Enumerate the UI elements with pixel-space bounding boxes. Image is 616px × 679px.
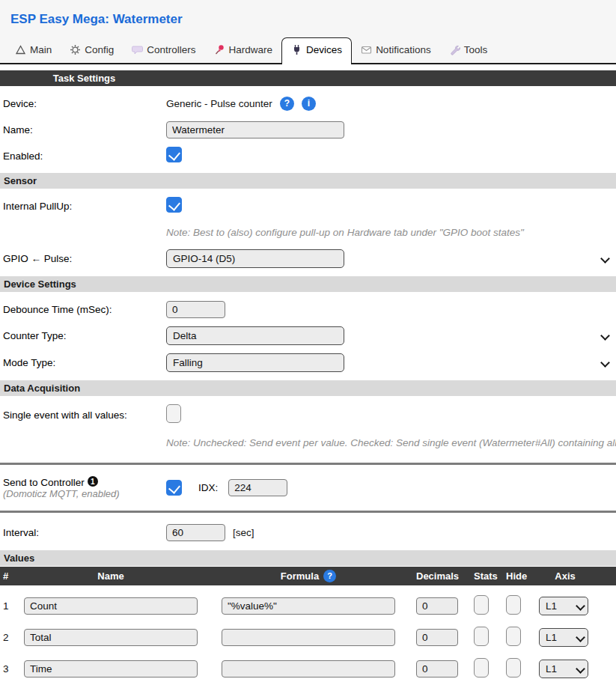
mode-type-select-wrap: Falling [166,353,616,372]
name-input[interactable] [166,121,344,138]
tab-notifications[interactable]: Notifications [352,38,440,63]
speech-bubble-icon [132,44,143,55]
col-name: Name [24,570,198,582]
controller-checkbox[interactable] [166,480,182,496]
device-label: Device: [3,98,166,109]
interval-input[interactable] [166,524,225,541]
gpio-select[interactable]: GPIO-14 (D5) [166,249,344,268]
tab-label: Tools [464,44,488,55]
plug-icon [291,44,302,55]
help-icon[interactable]: ? [280,97,294,111]
pushpin-icon [214,44,225,55]
controller-sub-label: (Domoticz MQTT, enabled) [3,488,120,499]
debounce-input[interactable] [166,301,225,318]
idx-label: IDX: [198,482,218,493]
value-row-2: 2 L1 [0,627,616,648]
tab-label: Main [30,44,52,55]
hide-checkbox[interactable] [506,627,521,646]
counter-type-row: Counter Type: Delta [0,326,616,345]
value-formula-input[interactable] [222,597,395,615]
info-icon[interactable]: i [302,97,316,111]
tab-label: Config [85,44,114,55]
tab-tools[interactable]: Tools [440,38,497,63]
row-number: 1 [3,600,24,612]
home-icon [15,44,26,55]
enabled-row: Enabled: [0,147,616,165]
tab-controllers[interactable]: Controllers [123,38,204,63]
section-device-settings: Device Settings [0,276,616,292]
interval-unit: [sec] [233,527,254,538]
hide-checkbox[interactable] [506,595,521,615]
section-sensor: Sensor [0,173,616,189]
tab-devices[interactable]: Devices [281,37,352,64]
stats-checkbox[interactable] [474,658,489,678]
device-form: Task Settings Device: Generic - Pulse co… [0,70,616,679]
value-decimals-input[interactable] [416,629,458,646]
axis-select[interactable]: L1 [539,597,588,615]
device-row: Device: Generic - Pulse counter ? i [0,94,616,112]
axis-select[interactable]: L1 [539,628,588,647]
gpio-row: GPIO ← Pulse: GPIO-14 (D5) [0,249,616,268]
interval-label: Interval: [3,527,166,538]
formula-help-icon[interactable]: ? [323,570,336,582]
mode-type-row: Mode Type: Falling [0,353,616,372]
stats-checkbox[interactable] [474,595,489,615]
value-name-input[interactable] [24,660,198,678]
axis-select-wrap: L1 [539,597,591,615]
gpio-select-wrap: GPIO-14 (D5) [166,249,616,268]
enabled-checkbox[interactable] [166,147,182,162]
value-name-input[interactable] [24,629,198,646]
divider [0,511,616,513]
nav-tab-bar: Main Config Controllers Hardware Devices [0,37,616,64]
col-formula: Formula ? [222,570,395,582]
section-title: Task Settings [0,73,168,84]
device-value: Generic - Pulse counter [166,98,272,109]
controller-label: Send to Controller [3,477,85,488]
gear-icon [70,44,81,55]
top-header: ESP Easy Mega: Watermeter Main Config Co… [0,0,616,64]
value-decimals-input[interactable] [416,660,458,678]
counter-type-select[interactable]: Delta [166,326,344,345]
enabled-label: Enabled: [3,150,166,162]
value-row-1: 1 L1 [0,595,616,617]
tab-label: Hardware [229,44,273,55]
section-values: Values [0,550,616,566]
hide-checkbox[interactable] [506,658,521,678]
page-title: ESP Easy Mega: Watermeter [0,9,616,37]
mode-type-select[interactable]: Falling [166,353,344,372]
single-event-label: Single event with all values: [3,409,166,421]
divider [0,463,616,465]
value-formula-input[interactable] [222,629,395,646]
axis-select[interactable]: L1 [539,660,588,678]
single-event-row: Single event with all values: [0,404,616,425]
debounce-row: Debounce Time (mSec): [0,300,616,318]
section-title: Values [4,552,34,564]
value-formula-input[interactable] [222,660,395,678]
tab-label: Controllers [147,44,195,55]
name-label: Name: [3,124,166,136]
envelope-icon [361,44,372,55]
interval-row: Interval: [sec] [0,524,616,542]
col-hide: Hide [506,570,521,582]
value-decimals-input[interactable] [416,597,458,615]
tab-label: Notifications [376,44,431,55]
pullup-checkbox[interactable] [166,197,182,213]
col-stats: Stats [474,570,489,582]
pullup-note-row: Note: Best to (also) configure pull-up o… [0,223,616,241]
tab-main[interactable]: Main [6,38,61,63]
tab-hardware[interactable]: Hardware [205,38,282,63]
tab-label: Devices [306,44,342,55]
single-event-checkbox[interactable] [166,404,181,423]
pullup-label: Internal PullUp: [3,201,166,212]
axis-select-wrap: L1 [539,660,591,678]
section-title: Sensor [4,175,37,186]
value-name-input[interactable] [24,597,198,615]
stats-checkbox[interactable] [474,627,489,646]
tab-config[interactable]: Config [61,38,123,63]
controller-label-block: Send to Controller1 (Domoticz MQTT, enab… [3,476,166,499]
axis-select-wrap: L1 [539,628,591,647]
single-event-note-row: Note: Unchecked: Send event per value. C… [0,433,616,451]
row-number: 2 [3,632,24,643]
debounce-label: Debounce Time (mSec): [3,304,166,315]
idx-input[interactable] [228,479,287,496]
